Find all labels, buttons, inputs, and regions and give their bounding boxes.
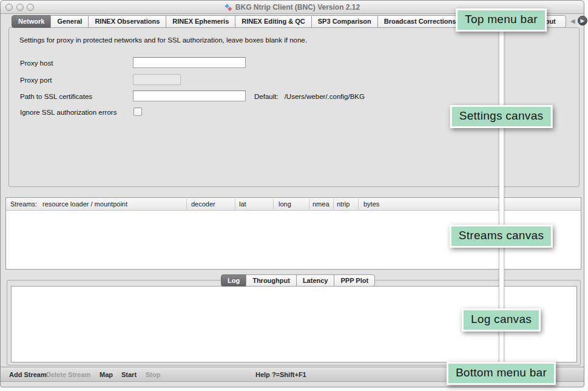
tab-general[interactable]: General: [50, 15, 89, 28]
tab-network[interactable]: Network: [12, 15, 51, 28]
ignore-ssl-checkbox[interactable]: [133, 107, 142, 116]
start-button[interactable]: Start: [121, 371, 137, 378]
streams-label: Streams:: [10, 200, 37, 208]
column-separator: [235, 199, 235, 209]
proxy-port-label: Proxy port: [20, 76, 52, 84]
column-separator: [309, 199, 309, 209]
top-tab-bar: Network General RINEX Observations RINEX…: [12, 15, 462, 28]
annotation-bottom-menu-bar: Bottom menu bar: [447, 362, 556, 385]
proxy-port-input: [133, 74, 181, 85]
annotation-top-menu-bar: Top menu bar: [456, 8, 547, 32]
column-separator: [186, 199, 187, 209]
window-title: BKG Ntrip Client (BNC) Version 2.12: [235, 3, 360, 12]
ssl-default-label: Default:: [254, 93, 279, 100]
tab-scroll-left-icon[interactable]: ◀: [570, 18, 575, 24]
log-tab-bar: Log Throughput Latency PPP Plot: [221, 274, 375, 287]
column-separator: [333, 199, 334, 209]
col-long: long: [279, 200, 291, 208]
tab-latency[interactable]: Latency: [296, 274, 335, 287]
col-lat: lat: [239, 200, 246, 208]
col-decoder: decoder: [191, 200, 215, 208]
tab-log[interactable]: Log: [221, 274, 246, 287]
annotation-log-canvas: Log canvas: [462, 308, 541, 332]
settings-intro-text: Settings for proxy in protected networks…: [19, 36, 307, 44]
streams-header: Streams: resource loader / mountpoint de…: [6, 198, 581, 211]
ssl-default-value: /Users/weber/.config/BKG: [285, 93, 365, 100]
tab-rinex-editing-qc[interactable]: RINEX Editing & QC: [235, 15, 312, 28]
column-separator: [273, 199, 274, 209]
tab-broadcast-corrections[interactable]: Broadcast Corrections: [377, 15, 463, 28]
delete-stream-button: Delete Stream: [46, 371, 90, 378]
ssl-path-input[interactable]: [133, 90, 246, 101]
tab-throughput[interactable]: Throughput: [246, 274, 297, 287]
proxy-host-input[interactable]: [133, 57, 246, 68]
help-shortcut-hint: Help ?=Shift+F1: [255, 371, 306, 378]
proxy-host-label: Proxy host: [20, 59, 53, 67]
tab-rinex-observations[interactable]: RINEX Observations: [88, 15, 166, 28]
tab-sp3-comparison[interactable]: SP3 Comparison: [311, 15, 378, 28]
ssl-path-label: Path to SSL certificates: [20, 93, 92, 100]
col-bytes: bytes: [363, 200, 379, 208]
col-ntrip: ntrip: [337, 200, 350, 208]
add-stream-button[interactable]: Add Stream: [9, 371, 47, 378]
ssl-default-note: Default:/Users/weber/.config/BKG: [254, 93, 365, 100]
annotation-settings-canvas: Settings canvas: [450, 105, 553, 128]
annotation-streams-canvas: Streams canvas: [450, 225, 553, 248]
col-resource-mountpoint: resource loader / mountpoint: [42, 200, 127, 208]
tab-rinex-ephemeris[interactable]: RINEX Ephemeris: [166, 15, 235, 28]
map-button[interactable]: Map: [100, 371, 113, 378]
tab-scroll-right-icon[interactable]: ▶: [578, 16, 587, 25]
screenshot-stage: BKG Ntrip Client (BNC) Version 2.12 Netw…: [0, 0, 588, 391]
ignore-ssl-label: Ignore SSL authorization errors: [20, 109, 117, 116]
stop-button: Stop: [146, 371, 160, 378]
bnc-app-icon: [225, 4, 232, 12]
col-nmea: nmea: [313, 200, 329, 208]
column-separator: [358, 199, 359, 209]
tab-ppp-plot[interactable]: PPP Plot: [334, 274, 375, 287]
